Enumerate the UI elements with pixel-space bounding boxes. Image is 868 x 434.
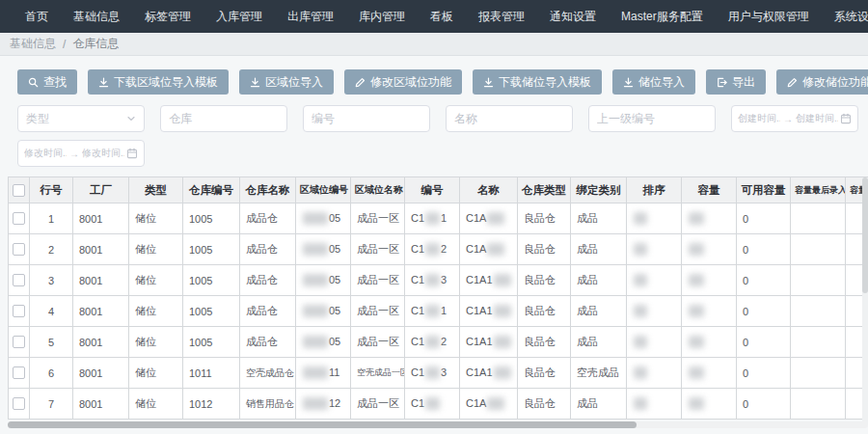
redacted-value (487, 243, 504, 256)
table-cell (682, 234, 737, 265)
redacted-value (689, 305, 704, 317)
breadcrumb-section[interactable]: 基础信息 (10, 36, 56, 52)
modify-area-button[interactable]: 修改区域位功能 (344, 69, 462, 95)
created-end-placeholder: 创建时间... (796, 112, 838, 125)
redacted-value (634, 243, 647, 256)
toolbar: 查找 下载区域位导入模板 区域位导入 修改区域位功能 下载储位导入模板 储位导入… (17, 69, 868, 95)
row-checkbox[interactable] (13, 336, 25, 348)
row-checkbox[interactable] (13, 243, 25, 256)
table-cell (791, 203, 846, 234)
nav-item-system-settings[interactable]: 系统设置 (822, 9, 868, 25)
table-cell: 成品一区 (351, 327, 405, 358)
column-header: 类型 (129, 177, 183, 203)
breadcrumb-separator: / (63, 38, 66, 51)
edit-icon (355, 77, 366, 88)
table-cell: C1A1 (460, 265, 518, 296)
column-header: 可用容量 (737, 177, 791, 203)
table-cell: C12 (405, 234, 460, 265)
search-button[interactable]: 查找 (17, 69, 77, 95)
row-checkbox[interactable] (13, 366, 25, 379)
table-cell: 1005 (183, 265, 240, 296)
table-cell: 2 (30, 234, 73, 265)
table-row: 58001储位1005成品仓05成品一区C12C1A1良品仓成品0 (9, 327, 868, 358)
table-cell: 0 (737, 389, 791, 420)
table-cell: 成品仓 (240, 203, 296, 234)
export-button[interactable]: 导出 (706, 69, 766, 95)
table-cell: 成品仓 (240, 327, 296, 358)
nav-item-report-mgmt[interactable]: 报表管理 (466, 9, 537, 25)
nav-item-notification[interactable]: 通知设置 (537, 9, 609, 25)
table-cell: 0 (737, 265, 791, 296)
filter-row-1: 类型 创建时间... → 创建时间... (17, 105, 868, 132)
table-cell: 0 (737, 203, 791, 234)
redacted-value (689, 366, 704, 379)
table-cell: 8001 (73, 265, 129, 296)
button-label: 修改区域位功能 (370, 74, 451, 91)
redacted-value (634, 212, 647, 225)
name-input[interactable] (446, 105, 573, 132)
table-cell: 良品仓 (518, 265, 571, 296)
table-cell (627, 327, 682, 358)
nav-item-inbound-mgmt[interactable]: 入库管理 (203, 9, 275, 25)
nav-item-outbound-mgmt[interactable]: 出库管理 (275, 9, 346, 25)
redacted-value (634, 397, 647, 410)
table-cell: 1012 (183, 389, 240, 420)
row-checkbox[interactable] (13, 212, 25, 225)
table-cell: 0 (737, 358, 791, 389)
row-checkbox[interactable] (13, 397, 25, 410)
modify-bin-button[interactable]: 修改储位功能 (776, 69, 868, 95)
nav-item-basic-info[interactable]: 基础信息 (61, 9, 132, 25)
horizontal-scrollbar-thumb[interactable] (8, 421, 637, 428)
redacted-value (303, 212, 328, 225)
table-cell: 0 (737, 234, 791, 265)
table-cell (791, 296, 846, 327)
row-select-cell (9, 389, 30, 420)
table-cell: 空壳成品 (571, 358, 627, 389)
button-label: 储位导入 (638, 74, 685, 91)
table-cell: 成品一区 (351, 203, 405, 234)
redacted-value (303, 366, 328, 379)
column-header: 区域位名称 (351, 177, 405, 203)
download-bin-template-button[interactable]: 下载储位导入模板 (473, 69, 602, 95)
table-cell: 成品 (571, 203, 627, 234)
warehouse-input[interactable] (160, 105, 287, 132)
vertical-scrollbar-thumb[interactable] (862, 177, 868, 293)
modified-time-range-picker[interactable]: 修改时间... → 修改时间... (17, 140, 145, 167)
table-row: 78001储位1012销售用品仓12成品一区C1C1A良品仓成品0 (9, 389, 868, 420)
table-row: 28001储位1005成品仓05成品一区C12C1A良品仓成品0 (9, 234, 868, 265)
table-row: 38001储位1005成品仓05成品一区C13C1A1良品仓成品0 (9, 265, 868, 296)
table-cell: 1011 (183, 358, 240, 389)
select-all-header (9, 177, 30, 203)
nav-item-label-mgmt[interactable]: 标签管理 (132, 9, 203, 25)
select-all-checkbox[interactable] (13, 184, 25, 197)
table-cell: 8001 (73, 203, 129, 234)
nav-item-user-permission[interactable]: 用户与权限管理 (716, 9, 822, 25)
parent-code-input[interactable] (588, 105, 716, 132)
row-select-cell (9, 265, 30, 296)
nav-item-in-warehouse-mgmt[interactable]: 库内管理 (346, 9, 418, 25)
type-select[interactable]: 类型 (17, 105, 145, 132)
created-time-range-picker[interactable]: 创建时间... → 创建时间... (731, 105, 858, 132)
table-cell: 8001 (73, 296, 129, 327)
bin-import-button[interactable]: 储位导入 (612, 69, 695, 95)
download-area-template-button[interactable]: 下载区域位导入模板 (88, 69, 229, 95)
type-select-placeholder: 类型 (26, 111, 49, 127)
redacted-value (425, 274, 440, 286)
download-icon (250, 77, 260, 88)
redacted-value (487, 212, 504, 225)
nav-item-home[interactable]: 首页 (13, 9, 61, 25)
redacted-value (689, 212, 704, 225)
redacted-value (634, 274, 647, 286)
row-checkbox[interactable] (13, 305, 25, 317)
nav-item-dashboard[interactable]: 看板 (418, 9, 466, 25)
redacted-value (689, 243, 704, 256)
code-input[interactable] (303, 105, 430, 132)
table-cell: 12 (296, 389, 351, 420)
table-cell (627, 265, 682, 296)
row-checkbox[interactable] (13, 274, 25, 286)
column-header: 工厂 (73, 177, 129, 203)
redacted-value (689, 397, 704, 410)
nav-item-master-service[interactable]: Master服务配置 (609, 9, 716, 25)
area-import-button[interactable]: 区域位导入 (239, 69, 334, 95)
table-cell: C1A1 (460, 296, 518, 327)
